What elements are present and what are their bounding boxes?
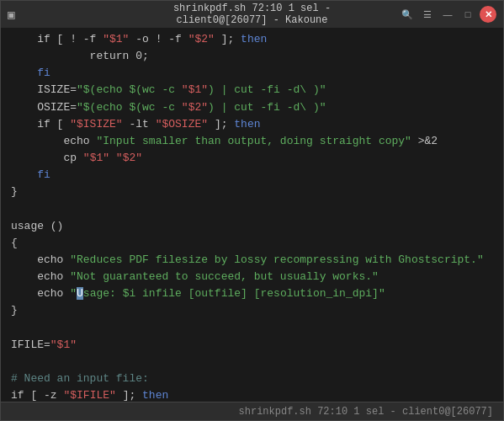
code-line: [1, 200, 503, 217]
code-line: echo "Reduces PDF filesize by lossy reco…: [1, 252, 503, 269]
titlebar-left: ▣: [8, 8, 14, 22]
window-title: shrinkpdf.sh 72:10 1 sel - client0@[2607…: [126, 3, 379, 26]
code-line: echo "Input smaller than output, doing s…: [1, 133, 503, 150]
code-line: # Need an input file:: [1, 370, 503, 387]
statusbar: shrinkpdf.sh 72:10 1 sel - client0@[2607…: [1, 402, 503, 420]
titlebar-controls: 🔍 ☰ — □ ✕: [399, 6, 496, 23]
search-button[interactable]: 🔍: [399, 6, 416, 23]
code-line: }: [1, 302, 503, 319]
code-line: echo "Not guaranteed to succeed, but usu…: [1, 269, 503, 285]
maximize-button[interactable]: □: [459, 6, 476, 23]
code-line: IFILE="$1": [1, 337, 503, 354]
code-line: fi: [1, 167, 503, 184]
code-line: cp "$1" "$2": [1, 150, 503, 167]
code-line: if [ ! -f "$1" -o ! -f "$2" ]; then: [1, 31, 503, 48]
code-line: return 0;: [1, 48, 503, 65]
code-line: fi: [1, 65, 503, 82]
code-line: [1, 319, 503, 336]
titlebar: ▣ shrinkpdf.sh 72:10 1 sel - client0@[26…: [1, 1, 503, 28]
statusbar-text: shrinkpdf.sh 72:10 1 sel - client0@[2607…: [239, 406, 493, 418]
minimize-button[interactable]: —: [439, 6, 456, 23]
menu-button[interactable]: ☰: [419, 6, 436, 23]
close-button[interactable]: ✕: [480, 6, 496, 23]
code-editor[interactable]: if [ ! -f "$1" -o ! -f "$2" ]; then retu…: [1, 28, 503, 402]
main-window: ▣ shrinkpdf.sh 72:10 1 sel - client0@[26…: [0, 0, 504, 421]
code-line: echo "Usage: $i infile [outfile] [resolu…: [1, 285, 503, 302]
code-line: {: [1, 235, 503, 252]
code-line: if [ "$ISIZE" -lt "$OSIZE" ]; then: [1, 116, 503, 133]
code-line: }: [1, 184, 503, 200]
code-line: if [ -z "$IFILE" ]; then: [1, 387, 503, 402]
code-line: OSIZE="$(echo $(wc -c "$2") | cut -fi -d…: [1, 99, 503, 116]
code-line: [1, 354, 503, 370]
content-area: if [ ! -f "$1" -o ! -f "$2" ]; then retu…: [1, 28, 503, 402]
code-line: usage (): [1, 218, 503, 235]
terminal-icon: ▣: [8, 8, 14, 22]
code-line: ISIZE="$(echo $(wc -c "$1") | cut -fi -d…: [1, 82, 503, 99]
